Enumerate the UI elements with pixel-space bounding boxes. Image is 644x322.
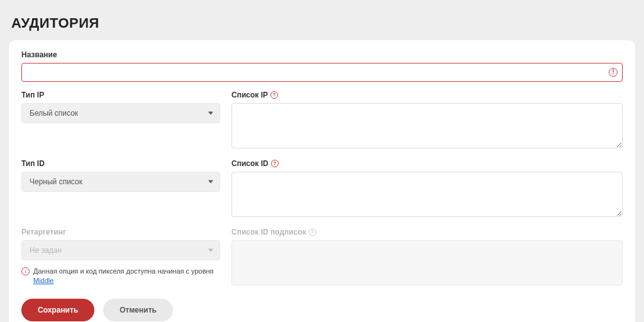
name-input[interactable] bbox=[21, 63, 623, 82]
id-list-label: Список ID ? bbox=[231, 159, 623, 168]
ip-type-value: Белый список bbox=[30, 109, 78, 118]
ip-type-select[interactable]: Белый список bbox=[21, 103, 220, 123]
save-button[interactable]: Сохранить bbox=[21, 299, 94, 321]
subscription-list-label: Список ID подписок ? bbox=[231, 228, 623, 236]
id-list-label-text: Список ID bbox=[231, 159, 269, 168]
middle-link[interactable]: Middle bbox=[33, 277, 53, 284]
name-label: Название bbox=[21, 50, 623, 59]
chevron-down-icon bbox=[208, 180, 213, 184]
form-actions: Сохранить Отменить bbox=[21, 299, 623, 321]
ip-list-textarea[interactable] bbox=[231, 103, 623, 148]
id-type-select[interactable]: Черный список bbox=[21, 172, 220, 192]
cancel-button[interactable]: Отменить bbox=[103, 299, 173, 321]
subscription-list-textarea bbox=[231, 240, 623, 286]
chevron-down-icon bbox=[208, 112, 213, 115]
page-title: АУДИТОРИЯ bbox=[0, 0, 644, 40]
retargeting-label: Ретаргетинг bbox=[21, 228, 220, 236]
info-note-text: Данная опция и код пикселя доступна начи… bbox=[33, 267, 214, 275]
info-note: i Данная опция и код пикселя доступна на… bbox=[21, 267, 220, 286]
ip-type-label: Тип IP bbox=[21, 91, 220, 99]
ip-list-label-text: Список IP bbox=[231, 91, 268, 99]
info-icon: i bbox=[21, 267, 30, 275]
chevron-down-icon bbox=[208, 249, 213, 252]
ip-list-label: Список IP ? bbox=[231, 91, 623, 99]
help-icon[interactable]: ? bbox=[271, 160, 279, 167]
id-list-textarea[interactable] bbox=[231, 172, 623, 217]
help-icon[interactable]: ? bbox=[270, 91, 278, 99]
error-icon: ! bbox=[609, 68, 618, 77]
id-type-value: Черный список bbox=[30, 177, 82, 186]
id-type-label: Тип ID bbox=[21, 159, 220, 168]
retargeting-select: Не задан bbox=[21, 240, 220, 260]
help-icon: ? bbox=[309, 228, 316, 236]
retargeting-value: Не задан bbox=[30, 246, 62, 255]
subscription-list-label-text: Список ID подписок bbox=[231, 228, 306, 236]
audience-form-card: Название ! Тип IP Белый список Список IP… bbox=[9, 40, 635, 322]
